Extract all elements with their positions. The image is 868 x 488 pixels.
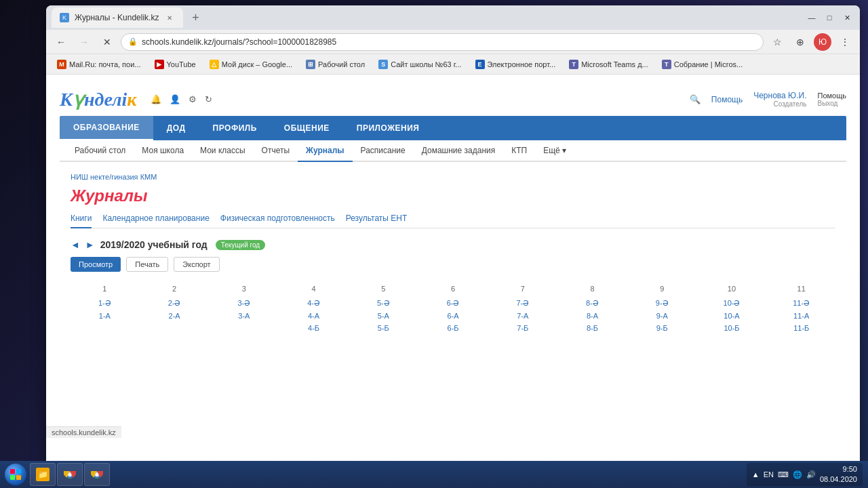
grade-grid: 1 2 3 4 5 6 7 8 9 10 11 1-Ə [71,283,835,333]
taskbar-chrome-1[interactable] [57,463,83,486]
taskbar-chrome-2[interactable] [84,463,110,486]
grade-1a[interactable]: 1-А [71,310,139,321]
grade-9b[interactable]: 9-Б [628,323,696,333]
bookmarks-bar: M Mail.Ru: почта, пои... ▶ YouTube △ Мой… [46,54,860,75]
subnav-myclasses[interactable]: Мои классы [192,140,254,162]
profile-icon[interactable]: 👤 [170,94,180,104]
subnav-journals[interactable]: Журналы [298,140,352,162]
grade-9a[interactable]: 9-А [628,310,696,321]
preview-button[interactable]: Просмотр [71,257,121,272]
grade-7a[interactable]: 7-А [488,310,557,321]
browser-window: K Журналы - Kundelik.kz ✕ + — □ ✕ ← → ✕ … [46,5,860,466]
grade-11ae[interactable]: 11-Ə [767,298,835,309]
grade-1ae[interactable]: 1-Ə [71,298,139,309]
grade-5ae[interactable]: 5-Ə [349,298,418,309]
tab-calendar[interactable]: Календарное планирование [102,214,209,228]
tab-close-button[interactable]: ✕ [164,12,175,23]
new-tab-button[interactable]: + [186,8,205,27]
title-bar: K Журналы - Kundelik.kz ✕ + — □ ✕ [46,5,860,30]
bookmark-star-button[interactable]: ☆ [768,33,787,52]
network-icon[interactable]: 🌐 [793,470,802,479]
bookmark-mail[interactable]: M Mail.Ru: почта, пои... [52,58,146,71]
grade-col-11: 11 [767,283,835,295]
bookmark-youtube[interactable]: ▶ YouTube [149,58,201,71]
grade-7b[interactable]: 7-Б [488,323,557,333]
bookmark-meeting[interactable]: T Собрание | Micros... [656,58,748,71]
subnav-workspace[interactable]: Рабочий стол [66,140,134,162]
grade-6b[interactable]: 6-Б [419,323,488,333]
grade-8ae[interactable]: 8-Ə [558,298,627,309]
help-button[interactable]: Помощь Выход [818,92,847,107]
bookmark-portal[interactable]: E Электронное порт... [470,58,561,71]
browser-tab[interactable]: K Журналы - Kundelik.kz ✕ [52,7,183,28]
grade-4b[interactable]: 4-Б [279,323,348,333]
year-prev-button[interactable]: ◄ [71,239,80,250]
grade-8b[interactable]: 8-Б [558,323,627,333]
chrome-icon-2 [90,468,104,481]
grade-2b-empty [140,323,209,333]
subnav-reports[interactable]: Отчеты [254,140,298,162]
grade-10ae[interactable]: 10-Ə [698,298,766,309]
extensions-button[interactable]: ⊕ [791,33,810,52]
bookmark-school[interactable]: S Сайт школы №63 г... [373,58,467,71]
nav-apps[interactable]: ПРИЛОЖЕНИЯ [343,117,433,140]
user-name[interactable]: Чернова Ю.И. [753,91,806,100]
grade-6a[interactable]: 6-А [419,310,488,321]
tab-ent[interactable]: Результаты ЕНТ [346,214,408,228]
tab-books[interactable]: Книги [71,214,92,228]
subnav-more[interactable]: Ещё ▾ [535,140,574,162]
bookmark-school-label: Сайт школы №63 г... [391,60,461,68]
grade-col-10: 10 [698,283,766,295]
start-button[interactable] [3,462,28,487]
year-next-button[interactable]: ► [85,239,95,250]
minimize-button[interactable]: — [804,10,819,25]
grade-2a[interactable]: 2-А [140,310,209,321]
language-indicator[interactable]: EN [764,470,774,479]
volume-icon[interactable]: 🔊 [806,470,816,479]
forward-button[interactable]: → [75,33,94,52]
grade-2ae[interactable]: 2-Ə [140,298,209,309]
search-icon[interactable]: 🔍 [690,94,701,104]
grade-4ae[interactable]: 4-Ə [279,298,348,309]
bookmark-drive[interactable]: △ Мой диск – Google... [204,58,298,71]
subnav-myschool[interactable]: Моя школа [134,140,192,162]
grade-6ae[interactable]: 6-Ə [419,298,488,309]
taskbar-explorer[interactable]: 📁 [30,463,56,486]
tray-expand[interactable]: ▲ [752,470,760,479]
grade-11a[interactable]: 11-А [767,310,835,321]
grade-5b[interactable]: 5-Б [349,323,418,333]
bookmark-desktop[interactable]: ⊞ Рабочий стол [300,58,370,71]
nav-education[interactable]: ОБРАЗОВАНИЕ [60,116,153,140]
subnav-ktp[interactable]: КТП [503,140,535,162]
settings-icon[interactable]: ⚙ [189,94,197,104]
print-button[interactable]: Печать [126,257,168,272]
reload-button[interactable]: ✕ [98,33,117,52]
grade-10a[interactable]: 10-А [698,310,766,321]
nav-profile[interactable]: ПРОФИЛЬ [199,117,271,140]
menu-button[interactable]: ⋮ [835,33,854,52]
grade-11b[interactable]: 11-Б [767,323,835,333]
nav-social[interactable]: ОБЩЕНИЕ [271,117,343,140]
notifications-icon[interactable]: 🔔 [151,94,161,104]
subnav-homework[interactable]: Домашние задания [414,140,504,162]
close-button[interactable]: ✕ [840,10,854,25]
grade-4a[interactable]: 4-А [279,310,348,321]
tab-physical[interactable]: Физическая подготовленность [220,214,335,228]
nav-dod[interactable]: ДОД [153,117,199,140]
subnav-schedule[interactable]: Расписание [353,140,414,162]
grade-3b-empty [210,323,278,333]
grade-7ae[interactable]: 7-Ə [488,298,557,309]
address-bar[interactable]: 🔒 schools.kundelik.kz/journals/?school=1… [121,33,764,51]
profile-button[interactable]: Ю [814,33,831,51]
grade-5a[interactable]: 5-А [349,310,418,321]
grade-10b[interactable]: 10-Б [698,323,766,333]
grade-3a[interactable]: 3-А [210,310,278,321]
export-button[interactable]: Экспорт [174,257,219,272]
grade-3ae[interactable]: 3-Ə [210,298,278,309]
maximize-button[interactable]: □ [822,10,837,25]
grade-8a[interactable]: 8-А [558,310,627,321]
grade-9ae[interactable]: 9-Ə [628,298,696,309]
bookmark-teams[interactable]: T Microsoft Teams д... [564,58,654,71]
back-button[interactable]: ← [52,33,71,52]
refresh-icon[interactable]: ↻ [205,94,212,104]
